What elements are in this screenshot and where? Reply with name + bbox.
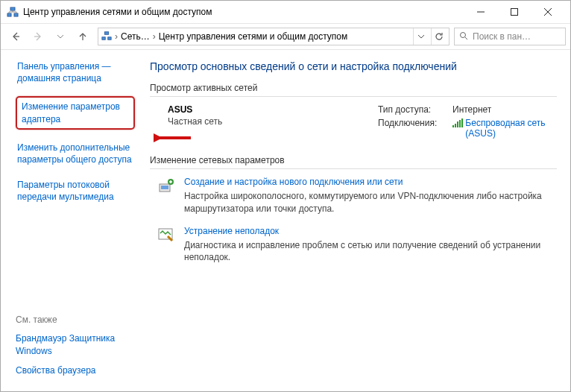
network-details: Тип доступа: Интернет Подключения: Беспр… xyxy=(378,104,557,142)
link-advanced-sharing[interactable]: Изменить дополнительные параметры общего… xyxy=(16,140,135,167)
new-connection-icon xyxy=(157,177,175,195)
toolbar: › Сеть… › Центр управления сетями и общи… xyxy=(1,23,570,50)
body: Панель управления — домашняя страница Из… xyxy=(1,50,570,391)
svg-rect-10 xyxy=(102,37,105,39)
section-active-networks: Просмотр активных сетей xyxy=(150,83,557,97)
link-firewall[interactable]: Брандмауэр Защитника Windows xyxy=(16,332,135,356)
refresh-button[interactable] xyxy=(431,28,446,45)
option-desc: Настройка широкополосного, коммутируемог… xyxy=(184,190,557,215)
link-browser-properties[interactable]: Свойства браузера xyxy=(16,364,135,376)
breadcrumb-network[interactable]: Сеть… xyxy=(121,31,150,42)
active-network-row: ASUS Частная сеть Тип доступа: Интернет … xyxy=(150,104,557,142)
label-connections: Подключения: xyxy=(378,118,445,128)
address-bar[interactable]: › Сеть… › Центр управления сетями и общи… xyxy=(98,28,449,45)
label-access-type: Тип доступа: xyxy=(378,104,445,115)
svg-point-13 xyxy=(461,32,466,37)
section-change-settings: Изменение сетевых параметров xyxy=(150,155,557,169)
value-access-type: Интернет xyxy=(452,104,557,115)
network-center-icon xyxy=(101,31,112,43)
wifi-signal-icon xyxy=(452,118,461,127)
option-new-connection: Создание и настройка нового подключения … xyxy=(150,177,557,215)
network-name: ASUS xyxy=(168,104,378,115)
svg-line-14 xyxy=(465,37,467,39)
link-adapter-settings[interactable]: Изменение параметров адаптера xyxy=(16,96,135,129)
main-panel: Просмотр основных сведений о сети и наст… xyxy=(142,50,570,391)
forward-button[interactable] xyxy=(28,26,48,47)
svg-rect-1 xyxy=(14,13,18,16)
page-title: Просмотр основных сведений о сети и наст… xyxy=(150,60,557,72)
minimize-button[interactable] xyxy=(464,1,497,22)
connection-name: Беспроводная сеть (ASUS) xyxy=(465,118,557,139)
network-center-icon xyxy=(7,6,19,18)
address-dropdown-button[interactable] xyxy=(413,28,428,45)
breadcrumb-current[interactable]: Центр управления сетями и общим доступом xyxy=(159,31,348,42)
network-type: Частная сеть xyxy=(168,116,378,127)
link-media-streaming[interactable]: Параметры потоковой передачи мультимедиа xyxy=(16,177,135,204)
window-title: Центр управления сетями и общим доступом xyxy=(23,7,464,17)
titlebar: Центр управления сетями и общим доступом xyxy=(1,1,570,23)
sidebar: Панель управления — домашняя страница Из… xyxy=(1,50,142,391)
option-troubleshoot: Устранение неполадок Диагностика и испра… xyxy=(150,226,557,265)
link-control-panel-home[interactable]: Панель управления — домашняя страница xyxy=(16,59,135,86)
svg-rect-4 xyxy=(511,9,517,16)
link-connection-details[interactable]: Беспроводная сеть (ASUS) xyxy=(452,118,557,139)
option-title[interactable]: Устранение неполадок xyxy=(184,226,557,236)
see-also-header: См. также xyxy=(16,314,135,325)
option-title[interactable]: Создание и настройка нового подключения … xyxy=(184,177,557,187)
search-input[interactable]: Поиск в пан… xyxy=(454,28,566,45)
maximize-button[interactable] xyxy=(497,1,531,22)
svg-rect-0 xyxy=(7,13,11,16)
window: Центр управления сетями и общим доступом… xyxy=(0,0,571,392)
search-placeholder: Поиск в пан… xyxy=(473,31,531,42)
network-info: ASUS Частная сеть xyxy=(150,104,378,142)
network-options: Создание и настройка нового подключения … xyxy=(150,177,557,264)
chevron-right-icon: › xyxy=(153,31,156,42)
svg-rect-12 xyxy=(104,31,108,34)
troubleshoot-icon xyxy=(157,226,175,244)
close-button[interactable] xyxy=(531,1,564,22)
svg-rect-11 xyxy=(108,37,111,39)
chevron-right-icon: › xyxy=(115,31,118,42)
search-icon xyxy=(459,31,468,42)
svg-rect-2 xyxy=(10,7,15,10)
back-button[interactable] xyxy=(5,26,26,47)
see-also: См. также Брандмауэр Защитника Windows С… xyxy=(16,314,135,384)
recent-dropdown-button[interactable] xyxy=(50,26,71,47)
option-desc: Диагностика и исправление проблем с сеть… xyxy=(184,239,557,265)
up-button[interactable] xyxy=(72,26,93,47)
window-controls xyxy=(464,1,564,22)
svg-rect-16 xyxy=(161,186,168,189)
